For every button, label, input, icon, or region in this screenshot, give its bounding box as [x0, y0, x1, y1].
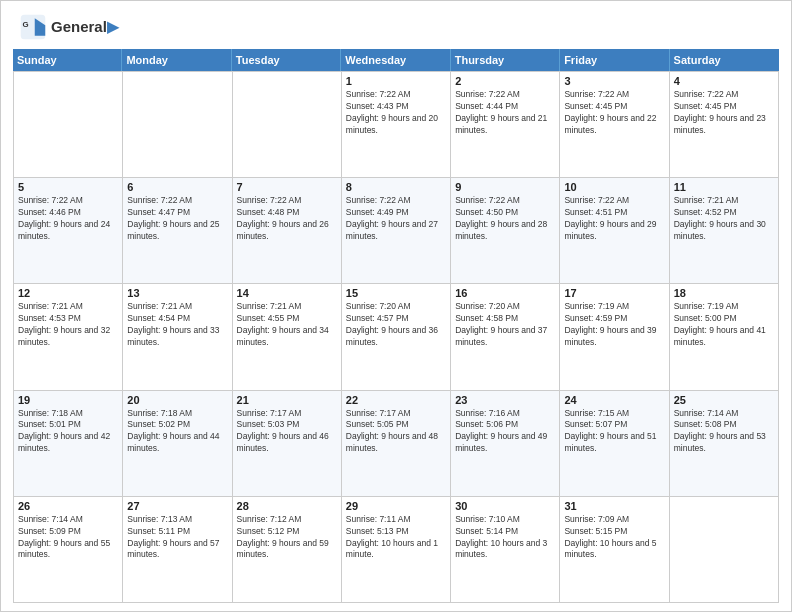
day-info: Sunrise: 7:22 AMSunset: 4:47 PMDaylight:…: [127, 195, 227, 243]
day-number: 11: [674, 181, 774, 193]
day-number: 10: [564, 181, 664, 193]
cal-empty-4-6: [670, 497, 779, 603]
logo-icon: G: [19, 13, 47, 41]
day-number: 3: [564, 75, 664, 87]
cal-day-5: 5Sunrise: 7:22 AMSunset: 4:46 PMDaylight…: [14, 178, 123, 284]
day-info: Sunrise: 7:15 AMSunset: 5:07 PMDaylight:…: [564, 408, 664, 456]
day-number: 7: [237, 181, 337, 193]
calendar-page: G General▶ SundayMondayTuesdayWednesdayT…: [0, 0, 792, 612]
day-header-wednesday: Wednesday: [341, 49, 450, 71]
day-info: Sunrise: 7:12 AMSunset: 5:12 PMDaylight:…: [237, 514, 337, 562]
day-number: 5: [18, 181, 118, 193]
day-info: Sunrise: 7:13 AMSunset: 5:11 PMDaylight:…: [127, 514, 227, 562]
cal-day-3: 3Sunrise: 7:22 AMSunset: 4:45 PMDaylight…: [560, 72, 669, 178]
day-info: Sunrise: 7:17 AMSunset: 5:03 PMDaylight:…: [237, 408, 337, 456]
day-info: Sunrise: 7:22 AMSunset: 4:45 PMDaylight:…: [564, 89, 664, 137]
cal-empty-0-0: [14, 72, 123, 178]
cal-day-30: 30Sunrise: 7:10 AMSunset: 5:14 PMDayligh…: [451, 497, 560, 603]
day-number: 2: [455, 75, 555, 87]
day-number: 30: [455, 500, 555, 512]
logo: G General▶: [19, 13, 119, 41]
day-info: Sunrise: 7:17 AMSunset: 5:05 PMDaylight:…: [346, 408, 446, 456]
day-number: 13: [127, 287, 227, 299]
day-info: Sunrise: 7:16 AMSunset: 5:06 PMDaylight:…: [455, 408, 555, 456]
cal-day-10: 10Sunrise: 7:22 AMSunset: 4:51 PMDayligh…: [560, 178, 669, 284]
day-number: 17: [564, 287, 664, 299]
calendar-body: 1Sunrise: 7:22 AMSunset: 4:43 PMDaylight…: [13, 71, 779, 603]
day-number: 20: [127, 394, 227, 406]
day-info: Sunrise: 7:10 AMSunset: 5:14 PMDaylight:…: [455, 514, 555, 562]
day-number: 1: [346, 75, 446, 87]
cal-day-22: 22Sunrise: 7:17 AMSunset: 5:05 PMDayligh…: [342, 391, 451, 497]
cal-day-23: 23Sunrise: 7:16 AMSunset: 5:06 PMDayligh…: [451, 391, 560, 497]
day-header-saturday: Saturday: [670, 49, 779, 71]
cal-day-20: 20Sunrise: 7:18 AMSunset: 5:02 PMDayligh…: [123, 391, 232, 497]
day-number: 12: [18, 287, 118, 299]
day-header-friday: Friday: [560, 49, 669, 71]
header: G General▶: [1, 1, 791, 49]
cal-empty-0-1: [123, 72, 232, 178]
day-info: Sunrise: 7:22 AMSunset: 4:45 PMDaylight:…: [674, 89, 774, 137]
day-info: Sunrise: 7:22 AMSunset: 4:44 PMDaylight:…: [455, 89, 555, 137]
day-info: Sunrise: 7:21 AMSunset: 4:55 PMDaylight:…: [237, 301, 337, 349]
cal-day-8: 8Sunrise: 7:22 AMSunset: 4:49 PMDaylight…: [342, 178, 451, 284]
day-info: Sunrise: 7:22 AMSunset: 4:46 PMDaylight:…: [18, 195, 118, 243]
logo-text: General▶: [51, 19, 119, 36]
day-header-sunday: Sunday: [13, 49, 122, 71]
cal-day-9: 9Sunrise: 7:22 AMSunset: 4:50 PMDaylight…: [451, 178, 560, 284]
cal-day-15: 15Sunrise: 7:20 AMSunset: 4:57 PMDayligh…: [342, 284, 451, 390]
cal-day-1: 1Sunrise: 7:22 AMSunset: 4:43 PMDaylight…: [342, 72, 451, 178]
cal-day-17: 17Sunrise: 7:19 AMSunset: 4:59 PMDayligh…: [560, 284, 669, 390]
cal-day-14: 14Sunrise: 7:21 AMSunset: 4:55 PMDayligh…: [233, 284, 342, 390]
day-info: Sunrise: 7:21 AMSunset: 4:53 PMDaylight:…: [18, 301, 118, 349]
day-number: 22: [346, 394, 446, 406]
day-number: 24: [564, 394, 664, 406]
cal-day-16: 16Sunrise: 7:20 AMSunset: 4:58 PMDayligh…: [451, 284, 560, 390]
day-number: 28: [237, 500, 337, 512]
day-header-monday: Monday: [122, 49, 231, 71]
day-number: 9: [455, 181, 555, 193]
day-info: Sunrise: 7:22 AMSunset: 4:43 PMDaylight:…: [346, 89, 446, 137]
day-number: 21: [237, 394, 337, 406]
day-number: 25: [674, 394, 774, 406]
day-info: Sunrise: 7:09 AMSunset: 5:15 PMDaylight:…: [564, 514, 664, 562]
day-info: Sunrise: 7:22 AMSunset: 4:51 PMDaylight:…: [564, 195, 664, 243]
cal-day-29: 29Sunrise: 7:11 AMSunset: 5:13 PMDayligh…: [342, 497, 451, 603]
cal-day-24: 24Sunrise: 7:15 AMSunset: 5:07 PMDayligh…: [560, 391, 669, 497]
cal-day-21: 21Sunrise: 7:17 AMSunset: 5:03 PMDayligh…: [233, 391, 342, 497]
day-number: 31: [564, 500, 664, 512]
cal-day-28: 28Sunrise: 7:12 AMSunset: 5:12 PMDayligh…: [233, 497, 342, 603]
day-number: 23: [455, 394, 555, 406]
day-number: 18: [674, 287, 774, 299]
day-number: 15: [346, 287, 446, 299]
day-info: Sunrise: 7:14 AMSunset: 5:09 PMDaylight:…: [18, 514, 118, 562]
cal-day-13: 13Sunrise: 7:21 AMSunset: 4:54 PMDayligh…: [123, 284, 232, 390]
day-number: 8: [346, 181, 446, 193]
cal-day-19: 19Sunrise: 7:18 AMSunset: 5:01 PMDayligh…: [14, 391, 123, 497]
day-number: 19: [18, 394, 118, 406]
day-info: Sunrise: 7:18 AMSunset: 5:02 PMDaylight:…: [127, 408, 227, 456]
calendar: SundayMondayTuesdayWednesdayThursdayFrid…: [13, 49, 779, 603]
day-info: Sunrise: 7:21 AMSunset: 4:52 PMDaylight:…: [674, 195, 774, 243]
cal-day-25: 25Sunrise: 7:14 AMSunset: 5:08 PMDayligh…: [670, 391, 779, 497]
cal-day-27: 27Sunrise: 7:13 AMSunset: 5:11 PMDayligh…: [123, 497, 232, 603]
day-info: Sunrise: 7:14 AMSunset: 5:08 PMDaylight:…: [674, 408, 774, 456]
cal-empty-0-2: [233, 72, 342, 178]
day-info: Sunrise: 7:21 AMSunset: 4:54 PMDaylight:…: [127, 301, 227, 349]
cal-day-2: 2Sunrise: 7:22 AMSunset: 4:44 PMDaylight…: [451, 72, 560, 178]
day-header-thursday: Thursday: [451, 49, 560, 71]
day-info: Sunrise: 7:22 AMSunset: 4:50 PMDaylight:…: [455, 195, 555, 243]
day-info: Sunrise: 7:22 AMSunset: 4:49 PMDaylight:…: [346, 195, 446, 243]
day-number: 29: [346, 500, 446, 512]
cal-day-26: 26Sunrise: 7:14 AMSunset: 5:09 PMDayligh…: [14, 497, 123, 603]
day-info: Sunrise: 7:19 AMSunset: 4:59 PMDaylight:…: [564, 301, 664, 349]
day-number: 27: [127, 500, 227, 512]
cal-day-6: 6Sunrise: 7:22 AMSunset: 4:47 PMDaylight…: [123, 178, 232, 284]
day-number: 4: [674, 75, 774, 87]
day-info: Sunrise: 7:11 AMSunset: 5:13 PMDaylight:…: [346, 514, 446, 562]
day-header-tuesday: Tuesday: [232, 49, 341, 71]
cal-day-18: 18Sunrise: 7:19 AMSunset: 5:00 PMDayligh…: [670, 284, 779, 390]
day-info: Sunrise: 7:19 AMSunset: 5:00 PMDaylight:…: [674, 301, 774, 349]
day-info: Sunrise: 7:20 AMSunset: 4:57 PMDaylight:…: [346, 301, 446, 349]
cal-day-31: 31Sunrise: 7:09 AMSunset: 5:15 PMDayligh…: [560, 497, 669, 603]
